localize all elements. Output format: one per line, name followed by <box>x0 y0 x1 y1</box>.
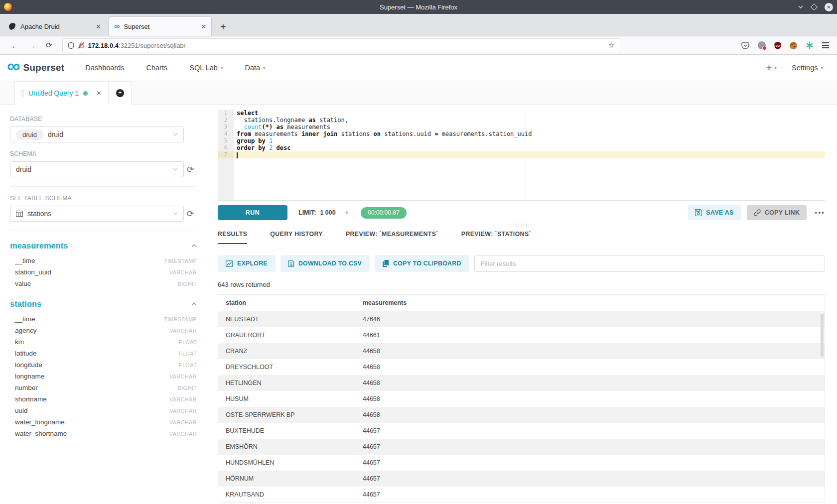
table-row[interactable]: EMSHÖRN44657 <box>218 439 825 455</box>
table-value: stations <box>27 210 51 218</box>
ublock-icon[interactable]: uO <box>774 42 781 49</box>
limit-dropdown[interactable]: LIMIT: 1 000 ▾ <box>298 209 348 216</box>
editor-active-line <box>234 151 825 158</box>
column-row: water_longnameVARCHAR <box>10 416 197 428</box>
column-header-measurements[interactable]: measurements <box>355 295 825 311</box>
chevron-up-icon[interactable] <box>191 302 197 306</box>
settings-menu[interactable]: Settings▾ <box>792 64 823 72</box>
column-row: latitudeFLOAT <box>10 348 197 359</box>
table-row[interactable]: HÖRNUM44657 <box>218 471 825 487</box>
limit-value: 1 000 <box>320 209 335 216</box>
new-query-tab-button[interactable]: + <box>109 81 132 105</box>
superset-logo[interactable]: ∞ Superset <box>7 62 64 74</box>
table-row[interactable]: HETLINGEN44658 <box>218 375 825 391</box>
new-tab-button[interactable]: + <box>220 21 226 33</box>
filter-results-input[interactable] <box>474 255 825 272</box>
schema-value: druid <box>16 165 31 173</box>
chevron-down-icon: ▾ <box>346 210 348 215</box>
browser-tab-superset[interactable]: ∞ Superset ✕ <box>109 17 211 36</box>
copy-link-button[interactable]: COPY LINK <box>747 205 807 220</box>
results-table-body: NEUSTADT47646 GRAUERORT44661 CRANZ44658 … <box>218 311 825 503</box>
run-button[interactable]: RUN <box>218 205 287 220</box>
table-schema-label: SEE TABLE SCHEMA <box>10 195 197 202</box>
tab-close-icon[interactable]: ✕ <box>201 23 206 30</box>
drag-grip-icon[interactable] <box>22 89 24 97</box>
scrollbar-thumb[interactable] <box>821 314 824 357</box>
back-icon[interactable]: ← <box>11 41 18 50</box>
pane-resize-handle[interactable] <box>218 221 825 229</box>
table-row[interactable]: KRAUTSAND44657 <box>218 487 825 503</box>
chevron-down-icon: ▾ <box>263 65 266 70</box>
drag-dots-icon <box>513 223 531 227</box>
browser-tab-apache-druid[interactable]: Apache Druid ✕ <box>4 17 106 36</box>
bookmark-star-icon[interactable]: ☆ <box>608 41 614 50</box>
privacy-extension-icon[interactable] <box>758 41 766 49</box>
more-options-icon[interactable]: ••• <box>815 209 825 217</box>
reload-icon[interactable]: ⟳ <box>46 41 52 50</box>
tab-preview-stations[interactable]: PREVIEW: `STATIONS` <box>461 231 531 244</box>
table-select[interactable]: stations <box>10 206 184 222</box>
tab-query-history[interactable]: QUERY HISTORY <box>270 231 323 244</box>
insecure-lock-icon[interactable] <box>78 42 84 49</box>
table-row[interactable]: NEUSTADT47646 <box>218 311 825 327</box>
query-status-dot <box>83 91 88 96</box>
pocket-icon[interactable] <box>741 41 749 49</box>
refresh-schemas-icon[interactable]: ⟳ <box>184 164 197 175</box>
add-new-button[interactable]: +▾ <box>766 63 777 73</box>
tab-close-icon[interactable]: ✕ <box>96 23 101 30</box>
download-csv-button[interactable]: DOWNLOAD TO CSV <box>280 255 370 272</box>
chevron-down-icon <box>173 133 178 136</box>
url-field[interactable]: 172.18.0.4:32251/superset/sqllab/ ☆ <box>62 38 620 52</box>
nav-item-dashboards[interactable]: Dashboards <box>85 64 124 72</box>
editor-gutter: 1 2 3 4 5 6 7 <box>218 110 234 200</box>
copy-to-clipboard-button[interactable]: COPY TO CLIPBOARD <box>375 255 469 272</box>
sql-editor[interactable]: 1 2 3 4 5 6 7 select stations.longname a… <box>218 110 825 201</box>
url-text: 172.18.0.4:32251/superset/sqllab/ <box>88 42 186 49</box>
nav-item-charts[interactable]: Charts <box>146 64 168 72</box>
table-row[interactable]: GRAUERORT44661 <box>218 327 825 343</box>
menu-hamburger-icon[interactable] <box>822 41 829 50</box>
table-section-stations[interactable]: stations <box>10 299 41 309</box>
query-tab-title: Untitled Query 1 <box>28 89 79 97</box>
table-icon <box>16 211 23 217</box>
tab-preview-measurements[interactable]: PREVIEW: `MEASUREMENTS` <box>346 231 438 244</box>
forward-icon[interactable]: → <box>28 41 36 50</box>
url-path: :32251/superset/sqllab/ <box>119 42 185 49</box>
table-row[interactable]: CRANZ44658 <box>218 343 825 359</box>
limit-label: LIMIT: <box>298 209 316 216</box>
divider <box>10 186 197 187</box>
table-row[interactable]: DREYSCHLOOT44658 <box>218 359 825 375</box>
table-row[interactable]: OSTE-SPERRWERK BP44658 <box>218 407 825 423</box>
column-header-station[interactable]: station <box>218 295 355 311</box>
window-minimize-icon[interactable] <box>798 5 804 9</box>
window-maximize-icon[interactable] <box>811 3 818 10</box>
query-tab-close-icon[interactable]: ✕ <box>96 90 101 97</box>
sparkle-extension-icon[interactable] <box>806 41 814 49</box>
plus-circle-icon: + <box>116 89 124 97</box>
table-row[interactable]: HUNDSMÜHLEN44657 <box>218 455 825 471</box>
cookie-extension-icon[interactable] <box>790 42 797 49</box>
tab-results[interactable]: RESULTS <box>218 231 247 244</box>
nav-item-data[interactable]: Data▾ <box>245 64 265 72</box>
explore-button[interactable]: EXPLORE <box>218 255 276 272</box>
refresh-tables-icon[interactable]: ⟳ <box>184 209 197 219</box>
shield-icon[interactable] <box>68 42 74 49</box>
text-cursor <box>237 152 238 158</box>
table-section-measurements[interactable]: measurements <box>10 241 68 251</box>
nav-item-sqllab[interactable]: SQL Lab▾ <box>189 64 223 72</box>
query-tab-active[interactable]: Untitled Query 1 ✕ <box>14 81 109 105</box>
save-icon <box>695 209 702 216</box>
schema-select[interactable]: druid <box>10 161 184 177</box>
save-as-button[interactable]: SAVE AS <box>688 205 741 220</box>
url-host: 172.18.0.4 <box>88 42 119 49</box>
database-select[interactable]: druid druid <box>10 126 184 142</box>
editor-code-area[interactable]: select stations.longname as station, cou… <box>234 110 825 200</box>
chevron-up-icon[interactable] <box>191 244 197 248</box>
table-row[interactable]: BUXTEHUDE44657 <box>218 423 825 439</box>
chevron-down-icon: ▾ <box>775 65 777 70</box>
database-tag: druid <box>16 129 43 140</box>
window-close-icon[interactable]: ✕ <box>825 3 833 11</box>
column-row: kmFLOAT <box>10 336 197 348</box>
results-actions: EXPLORE DOWNLOAD TO CSV COPY TO CLIPBOAR… <box>218 255 825 272</box>
table-row[interactable]: HUSUM44658 <box>218 391 825 407</box>
